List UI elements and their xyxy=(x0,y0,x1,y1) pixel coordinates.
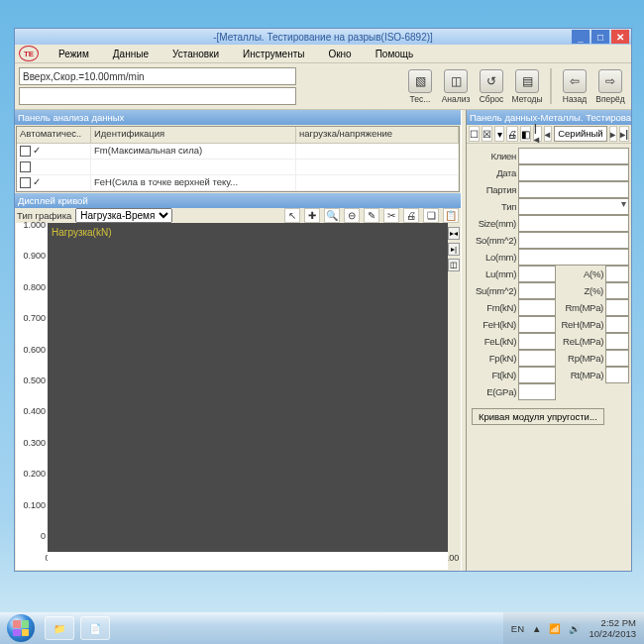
tray-network-icon[interactable]: 📶 xyxy=(549,623,561,634)
app-window: -[Металлы. Тестирование на разрыв(ISO-68… xyxy=(14,28,632,572)
nav-icon[interactable]: ▸ xyxy=(609,126,618,142)
type-dropdown[interactable] xyxy=(518,198,629,215)
close-button[interactable]: ✕ xyxy=(611,30,629,44)
field-input[interactable] xyxy=(605,316,629,333)
curve-tool-icon[interactable]: ↖ xyxy=(284,208,300,223)
field-label: A(%) xyxy=(558,268,603,279)
task-explorer-icon[interactable]: 📁 xyxy=(45,616,74,640)
task-app-icon[interactable]: 📄 xyxy=(80,616,110,640)
field-input[interactable] xyxy=(605,350,629,367)
menu-help[interactable]: Помощь xyxy=(364,49,426,59)
curve-panel-title: Дисплей кривой xyxy=(15,193,461,208)
field-input[interactable] xyxy=(518,383,556,400)
curve-tool-icon[interactable]: 🖨 xyxy=(403,208,419,223)
field-input[interactable] xyxy=(518,282,556,299)
tb-Методы[interactable]: ▤Методы xyxy=(510,69,544,104)
y-tick: 0.100 xyxy=(23,500,46,510)
field-input[interactable] xyxy=(518,249,629,266)
field-input[interactable] xyxy=(518,316,556,333)
menu-window[interactable]: Окно xyxy=(316,49,363,59)
tb-Сброс[interactable]: ↺Сброс xyxy=(475,69,508,104)
plot-canvas[interactable]: Нагрузка(kN) Время(S) xyxy=(48,223,448,570)
nav-icon[interactable]: |◂ xyxy=(533,126,542,142)
tb-Вперёд[interactable]: ⇨Вперёд xyxy=(593,69,627,104)
maximize-button[interactable]: □ xyxy=(591,30,609,44)
y-tick: 0.500 xyxy=(23,376,46,385)
y-tick: 0.400 xyxy=(23,406,46,416)
tray-volume-icon[interactable]: 🔊 xyxy=(569,623,581,634)
field-input[interactable] xyxy=(518,350,556,367)
field-label: Rm(MPa) xyxy=(558,302,603,313)
table-row[interactable]: ✓Fm(Максимальная сила) xyxy=(17,144,459,160)
field-label: Партия xyxy=(469,184,518,195)
col-auto[interactable]: Автоматичес.. xyxy=(17,127,91,143)
chart-side-icon[interactable]: ▸| xyxy=(448,243,460,256)
field-label: Ft(kN) xyxy=(469,370,516,380)
chart-type-label: Тип графика xyxy=(17,210,71,221)
menu-data[interactable]: Данные xyxy=(101,49,161,59)
field-label: ReL(MPa) xyxy=(558,336,603,347)
field-input[interactable] xyxy=(605,333,629,350)
data-tb-icon[interactable]: 🖨 xyxy=(506,126,518,142)
menu-mode[interactable]: Режим xyxy=(47,49,101,59)
tray-clock[interactable]: 2:52 PM10/24/2013 xyxy=(589,617,636,639)
chart-side-icon[interactable]: ▸◂ xyxy=(448,227,460,240)
data-tb-icon[interactable]: ▾ xyxy=(494,126,504,142)
field-input[interactable] xyxy=(518,148,629,164)
field-input[interactable] xyxy=(518,181,629,198)
y-tick: 0.200 xyxy=(23,469,46,479)
chart-type-select[interactable]: Нагрузка-Время xyxy=(75,208,172,223)
curve-tool-icon[interactable]: ✚ xyxy=(304,208,320,223)
field-input[interactable] xyxy=(518,164,629,181)
curve-tool-icon[interactable]: ❏ xyxy=(423,208,439,223)
curve-tool-icon[interactable]: ⊖ xyxy=(344,208,360,223)
tb-Тес...[interactable]: ▧Тес... xyxy=(403,69,437,104)
tray-flag-icon[interactable]: ▲ xyxy=(532,623,541,634)
field-input[interactable] xyxy=(605,367,629,383)
chart-area: 00.1000.2000.3000.4000.5000.6000.7000.80… xyxy=(16,223,460,570)
speed-display-2[interactable] xyxy=(19,87,296,105)
curve-tool-icon[interactable]: 🔍 xyxy=(324,208,340,223)
nav-icon[interactable]: ▸| xyxy=(619,126,629,142)
col-load[interactable]: нагрузка/напряжение xyxy=(296,127,459,143)
field-input[interactable] xyxy=(518,266,556,282)
field-label: So(mm^2) xyxy=(469,235,518,246)
menubar: TE Режим Данные Установки Инструменты Ок… xyxy=(15,45,631,63)
table-row[interactable] xyxy=(17,160,459,175)
speed-display[interactable]: Вверх,Скор.=10.00mm/min xyxy=(19,67,296,85)
field-input[interactable] xyxy=(518,333,556,350)
curve-tool-icon[interactable]: 📋 xyxy=(443,208,459,223)
chart-side-icon[interactable]: ◫ xyxy=(448,259,460,271)
field-input[interactable] xyxy=(518,367,556,383)
menu-settings[interactable]: Установки xyxy=(161,49,231,59)
col-id[interactable]: Идентификация xyxy=(91,127,296,143)
field-input[interactable] xyxy=(605,282,629,299)
start-button[interactable] xyxy=(0,612,42,644)
nav-icon[interactable]: ◂ xyxy=(544,126,553,142)
field-label: Тип xyxy=(469,201,518,212)
table-row[interactable]: ✓FeH(Сила в точке верхней теку... xyxy=(17,175,459,191)
elastic-modulus-button[interactable]: Кривая модуля упругости... xyxy=(472,408,604,425)
field-input[interactable] xyxy=(518,215,629,232)
y-tick: 0.600 xyxy=(23,345,46,355)
data-tb-icon[interactable]: ☒ xyxy=(482,126,492,142)
serial-label[interactable]: Серийный xyxy=(554,126,606,142)
field-input[interactable] xyxy=(518,299,556,316)
toolbar: Вверх,Скор.=10.00mm/min ▧Тес...◫Анализ↺С… xyxy=(15,63,631,110)
data-tb-icon[interactable]: ◧ xyxy=(520,126,531,142)
field-input[interactable] xyxy=(518,232,629,249)
curve-tool-icon[interactable]: ✂ xyxy=(383,208,399,223)
field-label: Lu(mm) xyxy=(469,268,516,279)
tray-lang[interactable]: EN xyxy=(511,623,524,634)
tb-Анализ[interactable]: ◫Анализ xyxy=(439,69,473,104)
curve-tool-icon[interactable]: ✎ xyxy=(364,208,379,223)
tb-Назад[interactable]: ⇦Назад xyxy=(558,69,591,104)
menu-tools[interactable]: Инструменты xyxy=(231,49,316,59)
data-tb-icon[interactable]: ☐ xyxy=(469,126,480,142)
analysis-panel-title: Панель анализа данных xyxy=(15,110,461,125)
field-label: Lo(mm) xyxy=(469,252,518,263)
field-input[interactable] xyxy=(605,266,629,282)
field-input[interactable] xyxy=(605,299,629,316)
y-tick: 0.900 xyxy=(23,251,46,261)
minimize-button[interactable]: _ xyxy=(572,30,590,44)
